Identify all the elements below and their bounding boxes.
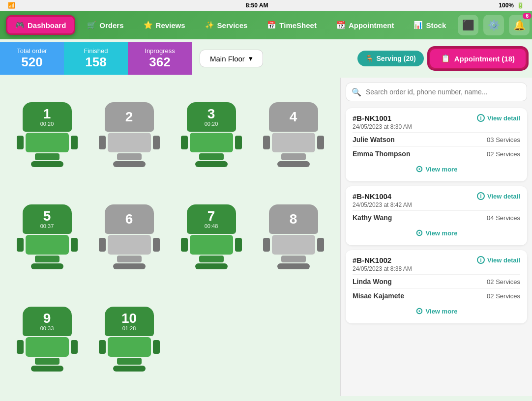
nav-dashboard[interactable]: 🎮 Dashboard bbox=[6, 15, 75, 35]
qr-button[interactable]: ⬛ bbox=[458, 15, 478, 35]
chair-slot-5[interactable]: 5 00:37 bbox=[10, 190, 84, 284]
chair-seat bbox=[108, 337, 151, 357]
timesheet-icon: 📅 bbox=[267, 21, 276, 29]
order-card-#B-NK1001: #B-NK1001 24/05/2023 at 8:30 AM i View d… bbox=[346, 108, 527, 181]
order-date: 24/05/2023 at 8:42 AM bbox=[353, 201, 412, 208]
calendar-icon: 📋 bbox=[441, 54, 450, 63]
order-date: 24/05/2023 at 8:30 AM bbox=[353, 123, 412, 130]
chair-timer: 00:48 bbox=[205, 223, 218, 229]
order-id: #B-NK1002 bbox=[353, 256, 412, 264]
main-content: 1 00:20 2 bbox=[0, 78, 532, 396]
order-info: #B-NK1004 24/05/2023 at 8:42 AM bbox=[353, 192, 412, 208]
order-header: #B-NK1001 24/05/2023 at 8:30 AM i View d… bbox=[353, 114, 520, 130]
view-detail-button[interactable]: i View detail bbox=[477, 192, 520, 200]
search-input[interactable] bbox=[346, 83, 527, 101]
chair-slot-3[interactable]: 3 00:20 bbox=[174, 87, 248, 182]
chair-slot-4[interactable]: 4 bbox=[256, 87, 330, 182]
arm-right bbox=[317, 238, 324, 252]
chair-2[interactable]: 2 bbox=[99, 102, 160, 167]
arm-left bbox=[181, 238, 188, 252]
chair-timer: 00:33 bbox=[40, 325, 54, 331]
customer-row: Linda Wong 02 Services bbox=[353, 274, 520, 288]
chair-9[interactable]: 9 00:33 bbox=[17, 307, 78, 372]
chair-1[interactable]: 1 00:20 bbox=[17, 102, 78, 167]
nav-orders[interactable]: 🛒 Orders bbox=[79, 17, 131, 33]
service-count: 02 Services bbox=[487, 150, 520, 158]
chair-slot-9[interactable]: 9 00:33 bbox=[10, 292, 84, 386]
arm-left bbox=[99, 136, 106, 149]
serving-badge: 🪑 Serving (20) bbox=[357, 51, 424, 66]
chair-7[interactable]: 7 00:48 bbox=[181, 204, 242, 269]
nav-services[interactable]: ✨ Services bbox=[197, 17, 256, 33]
chair-timer: 00:37 bbox=[40, 223, 54, 229]
appointment-button[interactable]: 📋 Appointment (18) bbox=[429, 48, 527, 69]
customer-name: Julie Watson bbox=[353, 136, 395, 143]
stats-bar: Total order 520 Finished 158 Inprogress … bbox=[0, 39, 532, 78]
chevron-down-circle-icon: ⊙ bbox=[415, 164, 423, 174]
chair-seat bbox=[26, 337, 69, 357]
arm-left bbox=[263, 238, 270, 252]
service-count: 04 Services bbox=[487, 214, 520, 222]
chair-foot bbox=[113, 263, 146, 269]
view-detail-button[interactable]: i View detail bbox=[477, 114, 520, 122]
view-more-button[interactable]: ⊙ View more bbox=[353, 161, 520, 175]
chair-slot-1[interactable]: 1 00:20 bbox=[10, 87, 84, 182]
chair-slot-10[interactable]: 10 01:28 bbox=[92, 292, 166, 386]
arm-left bbox=[99, 238, 106, 252]
chair-5[interactable]: 5 00:37 bbox=[17, 204, 78, 269]
chair-timer: 00:20 bbox=[205, 121, 218, 127]
customer-name: Linda Wong bbox=[353, 278, 392, 286]
order-info: #B-NK1001 24/05/2023 at 8:30 AM bbox=[353, 114, 412, 130]
chair-base bbox=[199, 153, 224, 160]
customer-row: Julie Watson 03 Services bbox=[353, 132, 520, 146]
order-header: #B-NK1002 24/05/2023 at 8:38 AM i View d… bbox=[353, 256, 520, 272]
chair-seat-area bbox=[17, 337, 78, 357]
customer-row: Misae Kajamete 02 Services bbox=[353, 288, 520, 303]
chair-slot-8[interactable]: 8 bbox=[256, 190, 330, 284]
nav-appointment[interactable]: 📆 Appointment bbox=[328, 17, 402, 33]
chair-3[interactable]: 3 00:20 bbox=[181, 102, 242, 167]
chair-seat-area bbox=[99, 133, 160, 152]
chair-back: 10 01:28 bbox=[105, 307, 154, 336]
service-count: 02 Services bbox=[487, 278, 520, 286]
chair-base bbox=[199, 256, 224, 262]
chair-back: 6 bbox=[105, 204, 154, 234]
view-more-button[interactable]: ⊙ View more bbox=[353, 303, 520, 317]
arm-right bbox=[153, 238, 160, 252]
chair-slot-2[interactable]: 2 bbox=[92, 87, 166, 182]
chair-number: 4 bbox=[290, 110, 297, 124]
floor-selector[interactable]: Main Floor ▾ bbox=[200, 50, 263, 67]
orders-icon: 🛒 bbox=[87, 21, 96, 29]
notification-button[interactable]: 🔔 6 bbox=[509, 15, 530, 35]
arm-left bbox=[99, 340, 106, 354]
view-more-button[interactable]: ⊙ View more bbox=[353, 225, 520, 239]
nav-timesheet[interactable]: 📅 TimeSheet bbox=[259, 17, 325, 33]
chair-seat-area bbox=[263, 133, 324, 152]
search-icon: 🔍 bbox=[352, 87, 361, 97]
chair-timer: 01:28 bbox=[122, 325, 136, 331]
chair-8[interactable]: 8 bbox=[263, 204, 324, 269]
chair-10[interactable]: 10 01:28 bbox=[99, 307, 160, 372]
chair-4[interactable]: 4 bbox=[263, 102, 324, 167]
chair-foot bbox=[113, 366, 146, 372]
chair-seat-area bbox=[99, 235, 160, 255]
chair-seat bbox=[26, 133, 69, 152]
stat-total: Total order 520 bbox=[0, 42, 64, 75]
chair-slot-6[interactable]: 6 bbox=[92, 190, 166, 284]
chair-grid: 1 00:20 2 bbox=[0, 78, 340, 396]
order-card-#B-NK1004: #B-NK1004 24/05/2023 at 8:42 AM i View d… bbox=[346, 186, 527, 245]
chevron-down-circle-icon: ⊙ bbox=[415, 228, 423, 238]
battery-label: 100% bbox=[499, 2, 514, 9]
appointment-nav-icon: 📆 bbox=[336, 21, 346, 29]
chair-number: 1 bbox=[43, 107, 51, 121]
chair-6[interactable]: 6 bbox=[99, 204, 160, 269]
qr-icon: ⬛ bbox=[462, 19, 474, 31]
nav-stock[interactable]: 📊 Stock bbox=[406, 17, 454, 33]
chair-base bbox=[117, 358, 142, 365]
chair-base bbox=[281, 153, 306, 160]
view-detail-button[interactable]: i View detail bbox=[477, 256, 520, 264]
settings-button[interactable]: ⚙️ bbox=[483, 15, 504, 35]
chair-slot-7[interactable]: 7 00:48 bbox=[174, 190, 248, 284]
nav-reviews[interactable]: ⭐ Reviews bbox=[136, 17, 193, 33]
notification-badge: 6 bbox=[523, 13, 532, 19]
